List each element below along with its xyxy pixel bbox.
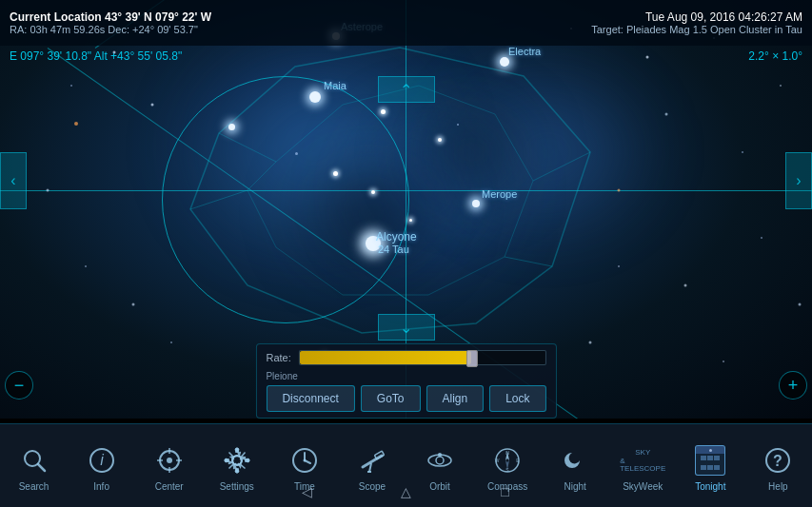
rate-label: Rate: [266, 352, 290, 363]
svg-point-16 [742, 151, 743, 153]
header: Current Location 43° 39' N 079° 22' W RA… [0, 0, 812, 46]
align-button[interactable]: Align [426, 385, 485, 412]
rate-control-row: Rate: [266, 350, 545, 365]
skyweek-brand-text: SKY [635, 449, 650, 457]
label-alcyone: Alcyone [376, 230, 417, 244]
label-maia: Maia [324, 80, 347, 91]
star-maia [309, 91, 321, 103]
nebula-glow-1 [171, 29, 457, 266]
label-24tau: 24 Tau [378, 244, 409, 255]
svg-line-3 [533, 152, 590, 181]
svg-line-4 [505, 257, 552, 266]
svg-text:N: N [505, 450, 509, 456]
nav-down-button[interactable]: ⌄ [378, 314, 435, 341]
pleione-label: Pleione [266, 371, 545, 381]
star-dim-1 [295, 152, 298, 155]
svg-point-53 [303, 459, 306, 462]
android-recents-button[interactable]: □ [494, 480, 517, 503]
coordinates: 43° 39' N 079° 22' W [105, 10, 211, 24]
telescope-icon [355, 443, 389, 478]
svg-point-25 [589, 341, 592, 344]
svg-point-21 [684, 284, 687, 287]
star-dim-2 [457, 124, 459, 126]
svg-point-60 [438, 453, 442, 457]
target-display: Target: Pleiades Mag 1.5 Open Cluster in… [591, 24, 802, 35]
compass-icon: N S W E [490, 443, 525, 478]
nebula-glow-2 [333, 95, 524, 285]
rate-slider[interactable] [299, 350, 546, 365]
nebula-dark-2 [400, 95, 543, 209]
svg-text:W: W [495, 458, 500, 463]
star-alcyone [366, 236, 381, 251]
label-merope: Merope [482, 188, 517, 200]
star-extra-5 [371, 190, 375, 194]
lock-button[interactable]: Lock [489, 385, 545, 412]
svg-point-27 [74, 122, 78, 126]
circle-reticle [162, 76, 409, 323]
star-atlas [228, 124, 235, 130]
star-merope [472, 200, 480, 207]
svg-point-19 [132, 303, 135, 306]
svg-point-24 [170, 341, 172, 343]
moon-icon [558, 443, 592, 478]
label-electra: Electra [508, 46, 541, 57]
header-left: Current Location 43° 39' N 079° 22' W RA… [10, 10, 591, 35]
bottom-navigation: Search i Info Center [0, 423, 812, 507]
goto-button[interactable]: GoTo [361, 385, 421, 412]
android-navigation: ◁ △ □ [0, 480, 812, 503]
telescope-control-panel: Rate: Pleione Disconnect GoTo Align Lock [255, 343, 556, 419]
rate-slider-thumb[interactable] [466, 350, 478, 367]
zoom-minus-button[interactable]: − [5, 371, 33, 400]
crosshair-horizontal [0, 190, 812, 191]
info-icon: i [85, 443, 119, 478]
svg-point-34 [167, 458, 172, 463]
svg-line-5 [190, 190, 248, 209]
svg-point-17 [47, 189, 50, 192]
search-icon [17, 443, 51, 478]
svg-point-59 [436, 457, 444, 464]
clock-icon [287, 443, 322, 478]
svg-line-2 [219, 133, 276, 162]
gear-icon [220, 443, 254, 478]
svg-point-20 [618, 265, 620, 267]
svg-line-54 [363, 456, 382, 467]
fov-display: 2.2° × 1.0° [748, 49, 802, 63]
svg-point-10 [151, 104, 154, 107]
star-extra-2 [438, 138, 442, 142]
android-home-button[interactable]: △ [395, 480, 418, 503]
center-icon [152, 443, 187, 478]
skyweek-brand-sub: & TELESCOPE [620, 458, 665, 473]
nav-right-button[interactable]: › [785, 152, 812, 209]
skyweek-icon: SKY & TELESCOPE [625, 443, 660, 478]
star-extra-1 [381, 109, 386, 114]
svg-point-41 [232, 456, 242, 465]
svg-point-23 [799, 303, 802, 306]
altaz-display: E 097° 39' 10.8" Alt +43° 55' 05.8" [10, 49, 182, 63]
svg-point-15 [665, 113, 668, 116]
android-back-button[interactable]: ◁ [296, 480, 319, 503]
nav-up-button[interactable]: ⌃ [378, 76, 435, 103]
disconnect-button[interactable]: Disconnect [266, 385, 354, 412]
radec-display: RA: 03h 47m 59.26s Dec: +24° 09' 53.7" [10, 24, 591, 35]
svg-text:i: i [100, 452, 104, 468]
svg-point-26 [723, 361, 724, 362]
star-electra [500, 57, 509, 67]
svg-point-12 [646, 56, 649, 59]
svg-rect-55 [374, 451, 384, 459]
location-display: Current Location 43° 39' N 079° 22' W [10, 10, 591, 24]
datetime-display: Tue Aug 09, 2016 04:26:27 AM [591, 10, 802, 24]
svg-line-30 [38, 464, 45, 471]
svg-point-14 [780, 85, 782, 87]
nebula-glow-3 [428, 57, 666, 247]
orbit-icon [423, 443, 457, 478]
zoom-plus-button[interactable]: + [779, 371, 807, 400]
nav-left-button[interactable]: ‹ [0, 152, 27, 209]
svg-marker-1 [248, 86, 533, 295]
svg-point-18 [85, 265, 87, 267]
rate-slider-fill [300, 351, 471, 364]
svg-point-28 [618, 189, 621, 192]
nebula-dark-1 [286, 143, 457, 285]
svg-point-8 [70, 85, 72, 87]
star-extra-3 [333, 171, 338, 176]
svg-point-22 [761, 237, 762, 239]
